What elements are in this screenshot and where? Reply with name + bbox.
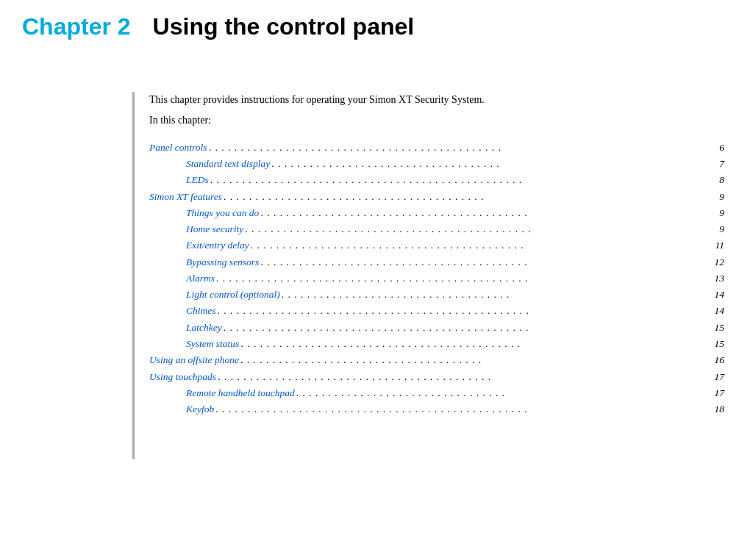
- chapter-label: Chapter 2: [22, 13, 131, 40]
- toc-label: Keyfob: [186, 401, 214, 417]
- toc-label: Light control (optional): [186, 287, 280, 303]
- toc-label: Using an offsite phone: [149, 352, 239, 368]
- toc-item[interactable]: Alarms . . . . . . . . . . . . . . . . .…: [186, 270, 724, 287]
- toc-item[interactable]: Simon XT features . . . . . . . . . . . …: [149, 189, 724, 205]
- toc-dots: . . . . . . . . . . . . . . . . . . . . …: [240, 352, 713, 368]
- toc-dots: . . . . . . . . . . . . . . . . . . . . …: [245, 221, 718, 237]
- toc-page: 17: [715, 385, 725, 401]
- toc-dots: . . . . . . . . . . . . . . . . . . . . …: [224, 320, 713, 336]
- toc-dots: . . . . . . . . . . . . . . . . . . . . …: [296, 385, 713, 401]
- chapter-title: Using the control panel: [153, 13, 415, 40]
- toc-item[interactable]: LEDs . . . . . . . . . . . . . . . . . .…: [186, 172, 724, 188]
- main-content: This chapter provides instructions for o…: [149, 92, 739, 459]
- toc-label: Simon XT features: [149, 189, 222, 205]
- toc-item[interactable]: Using an offsite phone . . . . . . . . .…: [149, 352, 724, 368]
- toc-item[interactable]: Exit/entry delay . . . . . . . . . . . .…: [186, 237, 724, 254]
- toc-label: Remote handheld touchpad: [186, 385, 295, 401]
- toc-dots: . . . . . . . . . . . . . . . . . . . . …: [215, 401, 713, 417]
- toc-label: Things you can do: [186, 205, 259, 221]
- toc-item[interactable]: Light control (optional) . . . . . . . .…: [186, 287, 724, 303]
- toc-page: 12: [715, 254, 725, 270]
- toc-page: 7: [719, 156, 724, 172]
- toc-dots: . . . . . . . . . . . . . . . . . . . . …: [218, 303, 713, 319]
- toc-page: 6: [719, 140, 724, 156]
- toc-label: Panel controls: [149, 140, 207, 156]
- toc-item[interactable]: Keyfob . . . . . . . . . . . . . . . . .…: [186, 401, 724, 417]
- content-area: This chapter provides instructions for o…: [0, 92, 739, 459]
- toc-label: Using touchpads: [149, 369, 216, 385]
- toc-container: Panel controls . . . . . . . . . . . . .…: [149, 140, 724, 418]
- toc-page: 11: [715, 237, 725, 254]
- toc-dots: . . . . . . . . . . . . . . . . . . . . …: [224, 189, 718, 205]
- intro-line1: This chapter provides instructions for o…: [149, 92, 724, 108]
- left-border: [132, 92, 135, 459]
- toc-dots: . . . . . . . . . . . . . . . . . . . . …: [271, 156, 718, 172]
- toc-page: 16: [715, 352, 725, 368]
- page-container: Chapter 2 Using the control panel This c…: [0, 0, 739, 560]
- toc-item[interactable]: Chimes . . . . . . . . . . . . . . . . .…: [186, 303, 724, 319]
- toc-page: 15: [715, 336, 725, 352]
- toc-page: 14: [715, 287, 725, 303]
- toc-page: 9: [719, 205, 724, 221]
- toc-page: 14: [715, 303, 725, 319]
- toc-item[interactable]: Things you can do . . . . . . . . . . . …: [186, 205, 724, 221]
- toc-label: Exit/entry delay: [186, 237, 249, 254]
- header-area: Chapter 2 Using the control panel: [0, 0, 739, 48]
- toc-dots: . . . . . . . . . . . . . . . . . . . . …: [260, 254, 713, 270]
- toc-page: 13: [715, 270, 725, 287]
- toc-item[interactable]: Latchkey . . . . . . . . . . . . . . . .…: [186, 320, 724, 336]
- toc-page: 18: [715, 401, 725, 417]
- toc-item[interactable]: Panel controls . . . . . . . . . . . . .…: [149, 140, 724, 156]
- toc-label: Standard text display: [186, 156, 270, 172]
- toc-label: Chimes: [186, 303, 216, 319]
- toc-dots: . . . . . . . . . . . . . . . . . . . . …: [240, 336, 713, 352]
- toc-item[interactable]: Home security . . . . . . . . . . . . . …: [186, 221, 724, 237]
- toc-dots: . . . . . . . . . . . . . . . . . . . . …: [282, 287, 713, 303]
- toc-label: LEDs: [186, 172, 209, 188]
- toc-page: 9: [719, 189, 724, 205]
- toc-dots: . . . . . . . . . . . . . . . . . . . . …: [216, 270, 713, 287]
- toc-page: 17: [715, 369, 725, 385]
- toc-item[interactable]: Standard text display . . . . . . . . . …: [186, 156, 724, 172]
- toc-label: Home security: [186, 221, 243, 237]
- toc-item[interactable]: Bypassing sensors . . . . . . . . . . . …: [186, 254, 724, 270]
- toc-label: Alarms: [186, 270, 215, 287]
- toc-label: System status: [186, 336, 239, 352]
- toc-label: Bypassing sensors: [186, 254, 259, 270]
- toc-page: 8: [719, 172, 724, 188]
- toc-dots: . . . . . . . . . . . . . . . . . . . . …: [209, 140, 718, 156]
- toc-dots: . . . . . . . . . . . . . . . . . . . . …: [210, 172, 718, 188]
- toc-page: 9: [719, 221, 724, 237]
- toc-dots: . . . . . . . . . . . . . . . . . . . . …: [218, 369, 713, 385]
- toc-page: 15: [715, 320, 725, 336]
- toc-item[interactable]: Using touchpads . . . . . . . . . . . . …: [149, 369, 724, 385]
- toc-item[interactable]: Remote handheld touchpad . . . . . . . .…: [186, 385, 724, 401]
- toc-dots: . . . . . . . . . . . . . . . . . . . . …: [260, 205, 718, 221]
- toc-label: Latchkey: [186, 320, 222, 336]
- toc-dots: . . . . . . . . . . . . . . . . . . . . …: [251, 237, 714, 254]
- toc-item[interactable]: System status . . . . . . . . . . . . . …: [186, 336, 724, 352]
- intro-line2: In this chapter:: [149, 112, 724, 129]
